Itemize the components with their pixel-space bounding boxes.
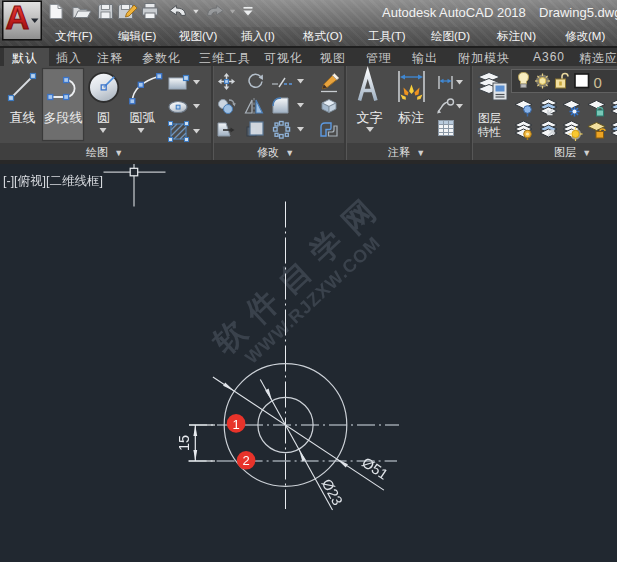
svg-text:Ø51: Ø51 <box>359 454 391 482</box>
svg-text:15: 15 <box>176 435 192 451</box>
svg-text:A: A <box>6 0 30 36</box>
svg-text:2: 2 <box>242 453 249 468</box>
svg-text:0: 0 <box>594 74 602 91</box>
svg-text:1: 1 <box>232 417 239 432</box>
svg-text:软件自学网: 软件自学网 <box>206 185 391 361</box>
svg-text:[-][俯视][二维线框]: [-][俯视][二维线框] <box>3 174 103 188</box>
